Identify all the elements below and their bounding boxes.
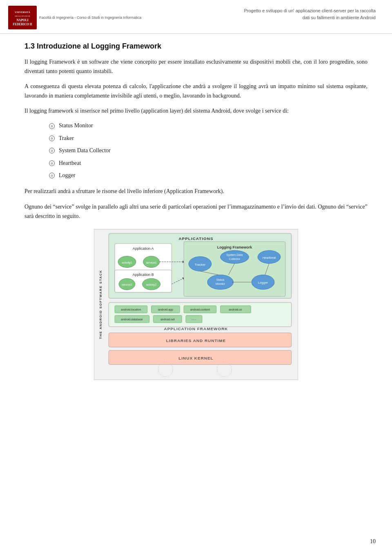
service-name: Heartbeat (59, 159, 81, 168)
page-number: 10 (370, 538, 376, 545)
svg-text:Tracker: Tracker (195, 262, 206, 266)
list-item: o Status Monitor (49, 121, 368, 130)
paragraph-3: Il logging framework si inserisce nel pr… (24, 106, 368, 115)
svg-text:service1: service1 (146, 261, 157, 264)
svg-text:Monitor: Monitor (216, 282, 225, 285)
bullet-icon: o (49, 148, 55, 153)
svg-text:Collector: Collector (229, 257, 241, 260)
paragraph-4: Per realizzarli andrà a sfruttare le ris… (24, 187, 368, 196)
svg-text:activity1: activity1 (122, 261, 132, 264)
svg-text:android.app: android.app (158, 308, 173, 311)
svg-text:FEDERICO II: FEDERICO II (13, 22, 32, 26)
service-name: Logger (59, 171, 75, 180)
main-content: 1.3 Introduzione al Logging Framework Il… (0, 34, 392, 406)
service-name: Traker (59, 134, 74, 143)
bullet-icon: o (49, 135, 55, 141)
page-header: UNIVERSITÀ DEGLI STUDI DI NAPOLI FEDERIC… (0, 0, 392, 34)
svg-text:android.location: android.location (121, 308, 141, 311)
document-title: Progetto e sviluppo di un' applicazione … (237, 6, 376, 21)
svg-text:Status: Status (216, 278, 225, 281)
paragraph-2: A conseguenza di questa elevata potenza … (24, 82, 368, 100)
svg-text:Heartbeat: Heartbeat (263, 255, 276, 259)
list-item: o Logger (49, 171, 368, 180)
bullet-icon: o (49, 123, 55, 129)
svg-text:service1: service1 (122, 283, 132, 286)
svg-text:LIBRARIES AND RUNTIME: LIBRARIES AND RUNTIME (166, 338, 226, 343)
svg-text:Logging Framework: Logging Framework (217, 245, 252, 249)
service-list: o Status Monitor o Traker o System Data … (49, 121, 368, 180)
paragraph-5: Ognuno dei “service” svolge in parallelo… (24, 202, 368, 221)
svg-text:LINUX KERNEL: LINUX KERNEL (178, 356, 213, 360)
list-item: o System Data Collector (49, 146, 368, 155)
svg-text:- - -: - - - (192, 318, 196, 320)
list-item: o Heartbeat (49, 159, 368, 168)
university-logo: UNIVERSITÀ DEGLI STUDI DI NAPOLI FEDERIC… (8, 6, 141, 29)
svg-text:Logger: Logger (258, 281, 268, 284)
svg-text:THE ANDROID SOFTWARE STACK: THE ANDROID SOFTWARE STACK (99, 270, 102, 339)
svg-text:android.database: android.database (121, 318, 143, 320)
svg-text:NAPOLI: NAPOLI (16, 18, 28, 22)
svg-text:android.content: android.content (190, 308, 210, 311)
list-item: o Traker (49, 134, 368, 143)
service-name: System Data Collector (59, 146, 111, 155)
service-name: Status Monitor (59, 121, 93, 130)
svg-text:Application A: Application A (133, 246, 154, 250)
svg-text:APPLICATIONS: APPLICATIONS (178, 236, 213, 241)
svg-text:Application B: Application B (133, 273, 154, 277)
android-architecture-diagram: THE ANDROID SOFTWARE STACK APPLICATIONS … (94, 229, 298, 380)
android-diagram-container: THE ANDROID SOFTWARE STACK APPLICATIONS … (94, 229, 298, 382)
bullet-icon: o (49, 160, 55, 166)
svg-text:DEGLI STUDI DI: DEGLI STUDI DI (15, 15, 30, 17)
svg-text:UNIVERSITÀ: UNIVERSITÀ (15, 11, 30, 13)
svg-text:android.net: android.net (160, 318, 175, 320)
svg-text:APPLICATION FRAMEWORK: APPLICATION FRAMEWORK (164, 326, 228, 331)
paragraph-1: Il logging Framework è un software che v… (24, 57, 368, 76)
svg-text:System Data: System Data (227, 253, 243, 256)
faculty-label: Facoltà di Ingegneria - Corso di Studi i… (39, 16, 141, 20)
svg-text:activity2: activity2 (146, 283, 156, 286)
university-seal-icon: UNIVERSITÀ DEGLI STUDI DI NAPOLI FEDERIC… (8, 6, 37, 29)
svg-text:android.os: android.os (229, 308, 242, 311)
section-heading: 1.3 Introduzione al Logging Framework (24, 42, 368, 51)
bullet-icon: o (49, 173, 55, 178)
